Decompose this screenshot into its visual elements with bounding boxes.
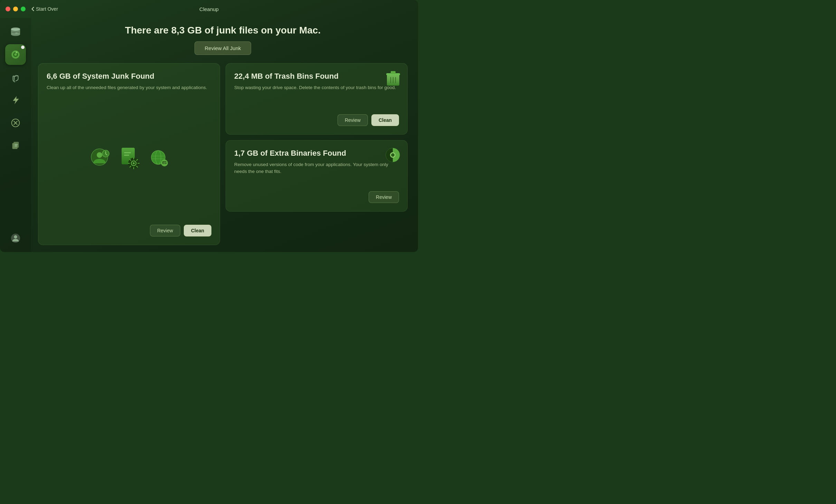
content-header: There are 8,3 GB of junk files on your M… [38, 25, 408, 55]
svg-point-13 [14, 235, 17, 239]
files-icon [10, 140, 21, 152]
svg-rect-37 [162, 161, 167, 164]
lightning-icon [10, 94, 21, 106]
sidebar-item-files[interactable] [5, 135, 26, 156]
extra-binaries-card: 1,7 GB of Extra Binaries Found Remove un… [226, 140, 408, 212]
toggle-icon-container [384, 147, 401, 165]
system-junk-desc: Clean up all of the unneeded files gener… [47, 84, 211, 91]
sidebar-item-privacy[interactable] [5, 67, 26, 88]
trash-bins-review-button[interactable]: Review [338, 114, 368, 126]
svg-point-15 [97, 152, 102, 158]
app-window: Start Over Cleanup [0, 0, 418, 252]
system-junk-review-button[interactable]: Review [150, 225, 180, 236]
svg-point-8 [16, 51, 17, 53]
back-button[interactable]: Start Over [31, 6, 58, 12]
svg-rect-20 [124, 155, 129, 156]
right-column: 22,4 MB of Trash Bins Found Stop wasting… [226, 63, 408, 212]
svg-rect-3 [12, 32, 16, 33]
extra-binaries-desc: Remove unused versions of code from your… [234, 161, 399, 175]
sidebar-item-disk[interactable] [5, 21, 26, 42]
traffic-lights [6, 7, 26, 11]
system-junk-clean-button[interactable]: Clean [184, 225, 211, 236]
svg-point-2 [11, 28, 20, 31]
cleanup-icon [10, 49, 21, 60]
trash-bins-desc: Stop wasting your drive space. Delete th… [234, 84, 399, 91]
sidebar-item-uninstaller[interactable] [5, 113, 26, 133]
svg-point-49 [391, 153, 395, 157]
extra-binaries-actions: Review [234, 186, 399, 203]
minimize-button[interactable] [13, 7, 18, 11]
hand-icon [10, 71, 21, 83]
svg-point-4 [18, 32, 19, 33]
extra-binaries-review-button[interactable]: Review [369, 191, 399, 203]
system-junk-icons [47, 98, 211, 218]
main-layout: There are 8,3 GB of junk files on your M… [0, 18, 418, 252]
svg-point-7 [14, 53, 17, 56]
svg-point-23 [133, 162, 135, 164]
document-gear-icon [118, 146, 142, 170]
content-area: There are 8,3 GB of junk files on your M… [31, 18, 418, 252]
main-title: There are 8,3 GB of junk files on your M… [38, 25, 408, 36]
maximize-button[interactable] [21, 7, 26, 11]
back-chevron-icon [31, 7, 35, 11]
trash-bins-actions: Review Clean [234, 109, 399, 126]
svg-rect-43 [391, 71, 396, 74]
trash-bins-clean-button[interactable]: Clean [371, 114, 399, 126]
titlebar: Start Over Cleanup [0, 0, 418, 18]
uninstaller-icon [10, 117, 21, 129]
sidebar-item-cleanup[interactable] [5, 44, 26, 65]
cards-grid: 6,6 GB of System Junk Found Clean up all… [38, 63, 408, 245]
sidebar-item-speed[interactable] [5, 90, 26, 110]
notification-dot [21, 46, 25, 49]
close-button[interactable] [6, 7, 10, 11]
globe-chat-icon [149, 148, 169, 168]
trash-bins-card: 22,4 MB of Trash Bins Found Stop wasting… [226, 63, 408, 135]
window-title: Cleanup [199, 6, 219, 12]
trash-icon-container [385, 70, 401, 89]
back-label: Start Over [36, 6, 58, 12]
system-junk-actions: Review Clean [47, 225, 211, 236]
extra-binaries-title: 1,7 GB of Extra Binaries Found [234, 149, 399, 158]
system-junk-title: 6,6 GB of System Junk Found [47, 72, 211, 81]
trash-bin-icon [385, 70, 401, 88]
review-all-button[interactable]: Review All Junk [194, 41, 251, 55]
sidebar [0, 18, 31, 252]
user-icon [10, 232, 21, 244]
svg-rect-19 [124, 152, 131, 153]
sidebar-item-user[interactable] [5, 228, 26, 249]
disk-icon [10, 26, 21, 38]
trash-bins-title: 22,4 MB of Trash Bins Found [234, 72, 399, 81]
toggle-icon [384, 147, 401, 163]
system-junk-card: 6,6 GB of System Junk Found Clean up all… [38, 63, 220, 245]
clock-user-icon [90, 147, 111, 169]
